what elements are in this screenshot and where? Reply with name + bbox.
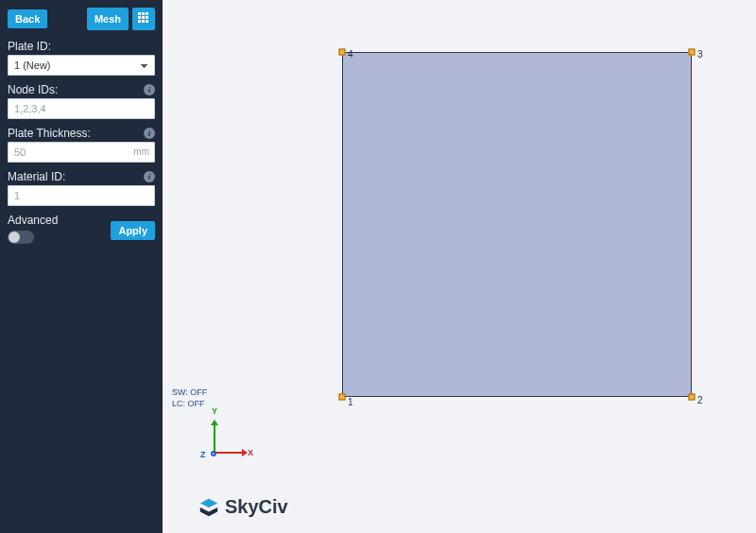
material-input[interactable] xyxy=(8,185,155,206)
sidebar-top-row: Back Mesh xyxy=(8,8,155,30)
thickness-field: Plate Thickness: i mm xyxy=(8,127,155,163)
material-label: Material ID: xyxy=(8,170,65,183)
sidebar-top-right: Mesh xyxy=(87,8,155,30)
node-1[interactable] xyxy=(339,394,346,401)
node-3-label: 3 xyxy=(697,49,703,60)
node-2[interactable] xyxy=(689,394,696,401)
plate-element[interactable] xyxy=(342,52,692,397)
sidebar: Back Mesh Plate ID: 1 (New) Node IDs: i xyxy=(0,0,163,533)
grid-icon xyxy=(137,11,150,25)
node-ids-label: Node IDs: xyxy=(8,83,58,96)
material-field: Material ID: i xyxy=(8,170,155,206)
mesh-button[interactable]: Mesh xyxy=(87,8,129,30)
axis-z-label: Z xyxy=(200,450,206,459)
info-icon[interactable]: i xyxy=(144,128,155,139)
node-2-label: 2 xyxy=(697,395,703,405)
advanced-label: Advanced xyxy=(8,214,58,227)
axes-gizmo: Y X Z xyxy=(200,410,257,467)
thickness-label: Plate Thickness: xyxy=(8,127,91,140)
plate-id-field: Plate ID: 1 (New) xyxy=(8,40,155,76)
info-icon[interactable]: i xyxy=(144,171,155,182)
node-4[interactable] xyxy=(339,49,346,56)
brand-name: SkyCiv xyxy=(225,496,288,518)
sidebar-bottom-row: Advanced Apply xyxy=(8,214,155,247)
grid-view-button[interactable] xyxy=(132,8,155,30)
info-icon[interactable]: i xyxy=(144,84,155,95)
apply-button[interactable]: Apply xyxy=(111,221,155,240)
back-button[interactable]: Back xyxy=(8,9,47,28)
axis-z xyxy=(211,451,216,456)
axis-y xyxy=(214,425,215,454)
node-1-label: 1 xyxy=(348,397,353,407)
node-ids-input[interactable] xyxy=(8,98,155,119)
thickness-input[interactable] xyxy=(8,142,155,163)
axis-x-label: X xyxy=(248,448,253,457)
brand-logo: SkyCiv xyxy=(198,496,288,518)
plate-id-label: Plate ID: xyxy=(8,40,51,53)
node-4-label: 4 xyxy=(348,49,353,60)
plate-id-select[interactable]: 1 (New) xyxy=(8,55,155,76)
node-3[interactable] xyxy=(689,49,696,56)
canvas-viewport[interactable]: 1 2 3 4 SW: OFF LC: OFF Y X Z SkyCiv xyxy=(163,0,756,533)
axis-y-label: Y xyxy=(212,406,217,416)
status-lc: LC: OFF xyxy=(172,398,207,410)
axis-x xyxy=(214,452,242,454)
node-ids-field: Node IDs: i xyxy=(8,83,155,119)
status-block: SW: OFF LC: OFF xyxy=(172,387,207,410)
status-sw: SW: OFF xyxy=(172,387,207,399)
brand-logo-icon xyxy=(198,497,219,518)
advanced-toggle[interactable] xyxy=(8,231,34,244)
